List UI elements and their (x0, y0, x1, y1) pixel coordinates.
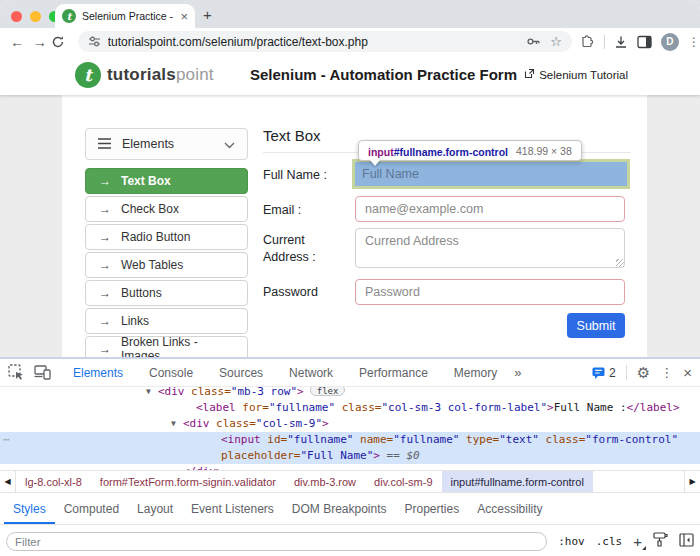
site-header: t tutorialspoint Selenium - Automation P… (0, 55, 700, 95)
dom-node-input-selected[interactable]: ⋯<input id="fullname" name="fullname" ty… (0, 432, 700, 448)
downloads-icon[interactable] (614, 35, 628, 49)
sidebar-item-buttons[interactable]: → Buttons (85, 280, 248, 306)
arrow-right-icon: → (99, 342, 111, 356)
chevron-down-icon (224, 135, 235, 153)
sidebar-header-label: Elements (122, 137, 213, 151)
breadcrumb: ◀ lg-8.col-xl-8 form#TextForm.form-signi… (0, 470, 700, 493)
devtools-tab-network[interactable]: Network (276, 366, 346, 380)
tooltip-selector-tag: input (368, 146, 394, 158)
password-label: Password (263, 284, 351, 301)
email-label: Email : (263, 202, 351, 219)
dom-node-div-col[interactable]: ▼<div class="col-sm-9"> (0, 416, 700, 432)
styles-filter-row: :hov .cls + (0, 525, 700, 556)
tab-styles[interactable]: Styles (4, 493, 55, 524)
full-name-field[interactable]: Full Name (352, 159, 630, 189)
browser-menu-icon[interactable]: ⋮ (688, 35, 700, 49)
sidebar-item-broken-links[interactable]: → Broken Links - Images (85, 336, 248, 357)
sidebar-item-text-box[interactable]: → Text Box (85, 168, 248, 194)
site-settings-icon[interactable] (88, 35, 101, 48)
tab-strip: t Selenium Practice - Text Box × + (0, 0, 700, 28)
devtools-tab-console[interactable]: Console (136, 366, 206, 380)
textarea-resize-handle[interactable] (616, 259, 624, 267)
sidebar-item-radio-button[interactable]: → Radio Button (85, 224, 248, 250)
close-window-button[interactable] (11, 11, 22, 22)
breadcrumb-scroll-left-icon[interactable]: ◀ (0, 471, 16, 492)
url-text[interactable]: tutorialspoint.com/selenium/practice/tex… (108, 35, 520, 49)
devtools-panel: Elements Console Sources Network Perform… (0, 357, 700, 556)
inspect-tooltip: input#fullname.form-control 418.99 × 38 (358, 140, 582, 161)
tab-event-listeners[interactable]: Event Listeners (182, 493, 283, 524)
styles-filter-input[interactable] (6, 532, 547, 551)
brand-text: tutorialspoint (107, 65, 214, 85)
device-toolbar-icon[interactable] (34, 365, 51, 380)
selenium-tutorial-link[interactable]: Selenium Tutorial (524, 68, 628, 81)
tab-close-icon[interactable]: × (180, 10, 188, 23)
sidebar-item-check-box[interactable]: → Check Box (85, 196, 248, 222)
devtools-tab-memory[interactable]: Memory (441, 366, 510, 380)
issues-counter[interactable]: 2 (592, 366, 616, 380)
breadcrumb-scroll-right-icon[interactable]: ▶ (684, 471, 700, 492)
minimize-window-button[interactable] (30, 11, 41, 22)
dom-node-div-row[interactable]: ▼<div class="mb-3 row">flex (0, 387, 700, 400)
tab-accessibility[interactable]: Accessibility (468, 493, 551, 524)
tooltip-selector-rest: #fullname.form-control (394, 146, 508, 158)
dom-node-label[interactable]: <label for="fullname" class="col-sm-3 co… (0, 400, 700, 416)
password-field[interactable] (355, 279, 625, 305)
devtools-tab-sources[interactable]: Sources (206, 366, 276, 380)
breadcrumb-item[interactable]: lg-8.col-xl-8 (16, 471, 91, 492)
toolbar-separator (626, 365, 627, 380)
breadcrumb-item[interactable]: form#TextForm.form-signin.validator (91, 471, 285, 492)
arrow-right-icon: → (99, 258, 111, 272)
page-body: Elements → Text Box → Check Box → Radio … (0, 95, 700, 357)
more-tabs-icon[interactable]: » (514, 365, 519, 380)
address-bar[interactable]: tutorialspoint.com/selenium/practice/tex… (78, 31, 572, 52)
reload-icon[interactable] (51, 35, 74, 49)
sidebar-item-links[interactable]: → Links (85, 308, 248, 334)
sidebar-header[interactable]: Elements (85, 128, 248, 160)
brand[interactable]: t tutorialspoint (75, 62, 214, 88)
bookmark-star-icon[interactable]: ☆ (550, 35, 562, 48)
computed-sidebar-toggle-icon[interactable] (679, 533, 694, 551)
devtools-close-icon[interactable]: × (683, 364, 692, 381)
toolbar-separator (604, 35, 605, 49)
email-field[interactable] (355, 196, 625, 222)
page-title: Selenium - Automation Practice Form (250, 66, 517, 83)
form-heading: Text Box (263, 127, 321, 144)
issues-bubble-icon (592, 367, 605, 379)
profile-avatar[interactable]: D (661, 33, 679, 51)
inspect-element-icon[interactable] (8, 364, 25, 381)
tab-dom-breakpoints[interactable]: DOM Breakpoints (283, 493, 396, 524)
devtools-menu-icon[interactable]: ⋮ (660, 365, 673, 380)
password-key-icon[interactable] (526, 34, 541, 49)
new-tab-button[interactable]: + (203, 6, 212, 23)
toggle-class-button[interactable]: .cls (596, 535, 623, 548)
browser-tab[interactable]: t Selenium Practice - Text Box × (55, 4, 195, 28)
back-icon[interactable]: ← (6, 34, 29, 50)
tab-properties[interactable]: Properties (396, 493, 469, 524)
tooltip-dimensions: 418.99 × 38 (516, 145, 572, 157)
arrow-right-icon: → (99, 286, 111, 300)
devtools-toolbar-right: 2 ⚙ ⋮ × (592, 364, 692, 381)
rendering-emulation-icon[interactable] (653, 532, 668, 551)
settings-gear-icon[interactable]: ⚙ (637, 365, 650, 380)
window-controls (11, 11, 60, 22)
full-name-placeholder: Full Name (362, 167, 419, 181)
tab-computed[interactable]: Computed (55, 493, 128, 524)
tab-layout[interactable]: Layout (128, 493, 182, 524)
new-style-rule-button[interactable]: + (633, 534, 642, 549)
devtools-tab-elements[interactable]: Elements (60, 366, 136, 380)
breadcrumb-item-selected[interactable]: input#fullname.form-control (442, 471, 593, 492)
breadcrumb-item[interactable]: div.col-sm-9 (365, 471, 441, 492)
breadcrumb-item[interactable]: div.mb-3.row (285, 471, 365, 492)
devtools-tab-performance[interactable]: Performance (346, 366, 441, 380)
side-panel-icon[interactable] (637, 35, 652, 49)
browser-window: t Selenium Practice - Text Box × + ← → t… (0, 0, 700, 556)
submit-button[interactable]: Submit (567, 313, 625, 338)
dom-node-input-selected-cont[interactable]: placeholder="Full Name"> == $0 (0, 448, 700, 464)
toggle-hover-state-button[interactable]: :hov (558, 535, 585, 548)
extensions-puzzle-icon[interactable] (580, 34, 595, 49)
forward-icon[interactable]: → (29, 34, 52, 50)
styles-tab-bar: Styles Computed Layout Event Listeners D… (0, 493, 700, 525)
sidebar-item-web-tables[interactable]: → Web Tables (85, 252, 248, 278)
current-address-field[interactable] (355, 228, 625, 268)
